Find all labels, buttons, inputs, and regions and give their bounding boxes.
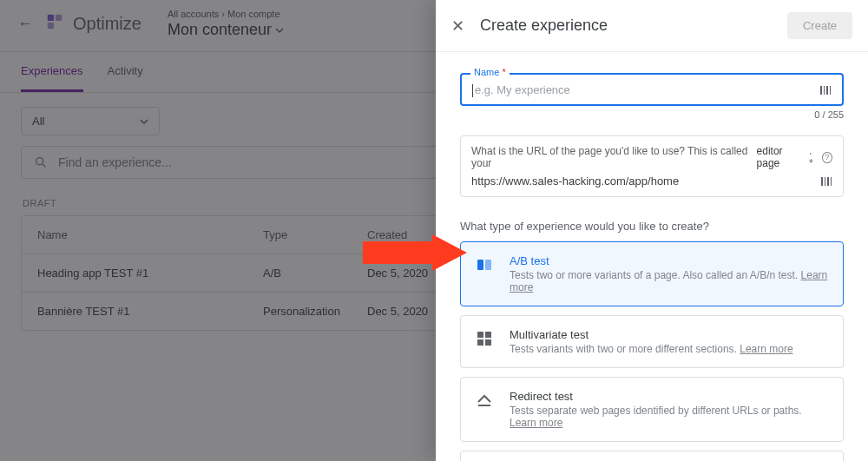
svg-rect-16	[485, 332, 491, 338]
barcode-icon	[820, 175, 832, 188]
name-placeholder: e.g. My experience	[472, 83, 570, 97]
url-value: https://www.sales-hacking.com/app/home	[471, 175, 679, 188]
svg-rect-15	[477, 332, 483, 338]
redirect-icon	[475, 392, 494, 409]
svg-rect-18	[485, 339, 491, 346]
ab-test-icon	[475, 256, 494, 273]
svg-rect-11	[827, 177, 829, 186]
svg-rect-8	[830, 86, 831, 95]
multivariate-icon	[475, 330, 494, 347]
svg-rect-13	[477, 260, 483, 270]
svg-rect-12	[831, 177, 832, 186]
type-card-redirect[interactable]: Redirect test Tests separate web pages i…	[460, 377, 844, 442]
type-card-personalization[interactable]: Personalization Personalize your page fo…	[460, 451, 844, 461]
type-desc: Tests separate web pages identified by d…	[510, 405, 829, 429]
help-icon[interactable]: ?	[822, 152, 832, 163]
type-card-multivariate[interactable]: Multivariate test Tests variants with tw…	[460, 315, 844, 368]
svg-rect-5	[820, 86, 822, 95]
svg-rect-7	[826, 86, 828, 95]
type-desc: Tests two or more variants of a page. Al…	[510, 269, 829, 293]
name-field[interactable]: Name * e.g. My experience	[460, 73, 844, 106]
svg-rect-9	[821, 177, 823, 186]
svg-rect-6	[824, 86, 825, 95]
panel-body: Name * e.g. My experience 0 / 255 What i…	[436, 52, 868, 461]
learn-more-link[interactable]: Learn more	[510, 417, 562, 429]
svg-rect-14	[485, 260, 491, 270]
create-button[interactable]: Create	[787, 12, 852, 39]
panel-title: Create experience	[480, 16, 772, 35]
url-field[interactable]: What is the URL of the page you'd like t…	[460, 135, 844, 197]
panel-header: ✕ Create experience Create	[436, 0, 868, 52]
url-field-label: What is the URL of the page you'd like t…	[471, 145, 832, 169]
barcode-icon	[819, 84, 832, 96]
type-card-ab-test[interactable]: A/B test Tests two or more variants of a…	[460, 241, 844, 306]
close-icon[interactable]: ✕	[451, 16, 464, 36]
type-question: What type of experience would you like t…	[460, 220, 844, 233]
create-experience-panel: ✕ Create experience Create Name * e.g. M…	[436, 0, 868, 461]
learn-more-link[interactable]: Learn more	[740, 343, 792, 355]
type-title: Redirect test	[510, 390, 829, 403]
name-field-label: Name *	[470, 67, 510, 77]
type-title: A/B test	[510, 254, 829, 267]
svg-rect-10	[825, 177, 825, 186]
type-desc: Tests variants with two or more differen…	[510, 343, 829, 355]
type-title: Multivariate test	[510, 328, 829, 341]
svg-rect-17	[477, 339, 483, 346]
char-count: 0 / 255	[460, 109, 844, 120]
